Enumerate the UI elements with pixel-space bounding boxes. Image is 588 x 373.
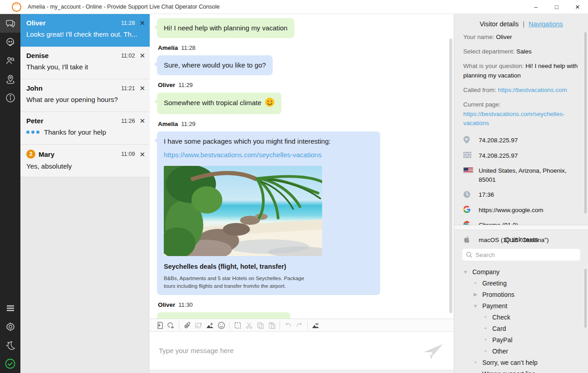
- referrer-link[interactable]: https://www.google.com: [479, 206, 544, 215]
- tree-node-company[interactable]: ▼Company: [462, 266, 580, 277]
- tree-node-greeting[interactable]: •Greeting: [462, 277, 580, 289]
- package-card-description: B&Bs, Apartments and 5 star Hotels on Se…: [164, 275, 304, 291]
- collapse-triangle-icon[interactable]: ▼: [472, 303, 479, 309]
- message-input[interactable]: [150, 332, 422, 364]
- close-chat-icon[interactable]: ✕: [139, 151, 145, 158]
- bullet-icon: •: [482, 348, 489, 354]
- operator-message: Sure, where would you like to go?: [157, 55, 273, 75]
- tree-node-sorry-we-cant-help[interactable]: •Sorry, we can’t help: [462, 357, 580, 368]
- package-link[interactable]: https://www.bestvacations.com/seychelles…: [164, 150, 373, 160]
- visitor-name: Denise: [26, 52, 49, 59]
- svg-text:IP: IP: [465, 138, 468, 141]
- message-header: Amelia11:29: [158, 121, 442, 127]
- emoji-icon[interactable]: [216, 320, 227, 330]
- select-area-icon[interactable]: [232, 320, 243, 330]
- undo-icon[interactable]: [282, 320, 294, 330]
- copy-icon[interactable]: [255, 320, 266, 330]
- visitor-message: Hi! I need help with planning my vacatio…: [157, 18, 294, 38]
- tree-node-check[interactable]: •Check: [462, 311, 580, 323]
- quick-texts-search[interactable]: [462, 249, 580, 261]
- visitor-panel: Visitor details | Navigations Your name:…: [454, 14, 588, 373]
- seychelles-beach-photo[interactable]: [164, 166, 322, 256]
- host-icon: [463, 151, 473, 159]
- tab-navigations[interactable]: Navigations: [529, 20, 563, 28]
- maximize-icon[interactable]: □: [546, 0, 567, 14]
- chat-list-item-peter[interactable]: Peter 11:26 ✕ Thanks for your help: [20, 112, 150, 145]
- send-paper-plane-icon[interactable]: [423, 342, 444, 363]
- close-chat-icon[interactable]: ✕: [139, 19, 145, 26]
- menu-icon[interactable]: [0, 299, 20, 317]
- tree-node-other[interactable]: •Other: [462, 345, 580, 357]
- ip-address-icon: IP: [463, 136, 473, 144]
- online-status-check-icon[interactable]: [0, 354, 20, 373]
- chats-icon[interactable]: [0, 14, 20, 33]
- chat-list-item-oliver[interactable]: Oliver 11:28 ✕ Looks great! I'll check t…: [20, 14, 150, 47]
- smiley-emoji-icon: [265, 97, 274, 110]
- geo-location-icon[interactable]: [0, 70, 20, 88]
- close-chat-icon[interactable]: ✕: [139, 85, 145, 92]
- message-header: Amelia11:28: [158, 44, 442, 51]
- chat-list: Oliver 11:28 ✕ Looks great! I'll check t…: [20, 14, 150, 373]
- night-mode-moon-icon[interactable]: [0, 336, 20, 354]
- collapse-triangle-icon[interactable]: ▼: [462, 269, 469, 275]
- field-current-page: Current page: https://bestvacations.com/…: [463, 100, 579, 129]
- info-row-ip: IP 74.208.225.97: [463, 136, 579, 145]
- message-header: Oliver11:30: [158, 301, 442, 308]
- navigation-rail: [0, 14, 20, 373]
- close-chat-icon[interactable]: ✕: [139, 52, 145, 59]
- operator-headset-icon[interactable]: [0, 33, 20, 51]
- cut-icon[interactable]: [243, 320, 255, 330]
- redo-icon[interactable]: [294, 320, 305, 330]
- provide-support-logo-icon: [12, 2, 21, 12]
- screenshot-capture-icon[interactable]: [204, 320, 216, 330]
- message-header: Oliver11:29: [158, 82, 442, 88]
- tree-node-payment[interactable]: ▼Payment: [462, 300, 580, 311]
- conversation-pane: Hi! I need help with planning my vacatio…: [150, 14, 454, 373]
- minimize-icon[interactable]: –: [525, 0, 546, 14]
- composer-scrollbar[interactable]: [150, 370, 454, 373]
- bullet-icon: •: [482, 325, 489, 332]
- chat-time: 11:09: [121, 151, 135, 157]
- settings-gear-icon[interactable]: [0, 317, 20, 336]
- chat-time: 11:21: [121, 85, 135, 92]
- tab-visitor-details[interactable]: Visitor details: [480, 20, 519, 28]
- bullet-icon: •: [472, 370, 479, 373]
- send-image-icon[interactable]: [193, 320, 204, 330]
- bullet-icon: •: [472, 359, 479, 366]
- info-row-local-time: 17:36: [463, 190, 579, 199]
- chat-list-item-john[interactable]: John 11:21 ✕ What are your opening hours…: [20, 79, 150, 112]
- field-department: Select department: Sales: [463, 47, 579, 57]
- chat-time: 11:02: [121, 53, 135, 59]
- info-icon[interactable]: [0, 88, 20, 107]
- messages-scrollbar[interactable]: [449, 39, 452, 313]
- tree-node-card[interactable]: •Card: [462, 323, 580, 334]
- current-page-link[interactable]: https://bestvacations.com/seychelles-vac…: [463, 111, 565, 127]
- bullet-icon: •: [472, 280, 479, 286]
- chat-list-item-denise[interactable]: Denise 11:02 ✕ Thank you, I'll take it: [20, 47, 150, 79]
- visitors-icon[interactable]: [0, 51, 20, 70]
- close-icon[interactable]: ✕: [567, 0, 588, 14]
- called-from-link[interactable]: https://bestvacations.com: [498, 87, 567, 93]
- panel-divider: [454, 225, 588, 230]
- field-your-name: Your name: Oliver: [463, 33, 579, 42]
- info-row-location: United States, Arizona, Phoenix, 85001: [463, 166, 579, 185]
- quick-texts-title: Quick texts: [462, 236, 580, 243]
- quick-text-add-icon[interactable]: [165, 320, 176, 330]
- view-image-icon[interactable]: [310, 320, 321, 330]
- visitor-details-scrollbar[interactable]: [584, 32, 587, 213]
- message-history[interactable]: Hi! I need help with planning my vacatio…: [150, 14, 454, 319]
- chat-preview: Yes, absolutely: [26, 162, 145, 170]
- expand-triangle-icon[interactable]: ▶: [472, 291, 479, 297]
- tree-node-wrong-support-line[interactable]: •Wrong support line: [462, 368, 580, 373]
- local-time-clock-icon: [463, 190, 473, 198]
- tree-node-promotions[interactable]: ▶Promotions: [462, 289, 580, 300]
- paste-icon[interactable]: [266, 320, 277, 330]
- chat-list-item-mary[interactable]: 2 Mary 11:09 ✕ Yes, absolutely: [20, 145, 150, 177]
- close-chat-icon[interactable]: ✕: [139, 117, 145, 124]
- visitor-name: Peter: [26, 117, 44, 125]
- attach-file-icon[interactable]: [181, 320, 193, 330]
- tree-node-paypal[interactable]: •PayPal: [462, 334, 580, 345]
- search-input[interactable]: [475, 252, 577, 258]
- quick-texts-scrollbar[interactable]: [584, 269, 587, 328]
- quick-text-insert-icon[interactable]: [154, 320, 165, 330]
